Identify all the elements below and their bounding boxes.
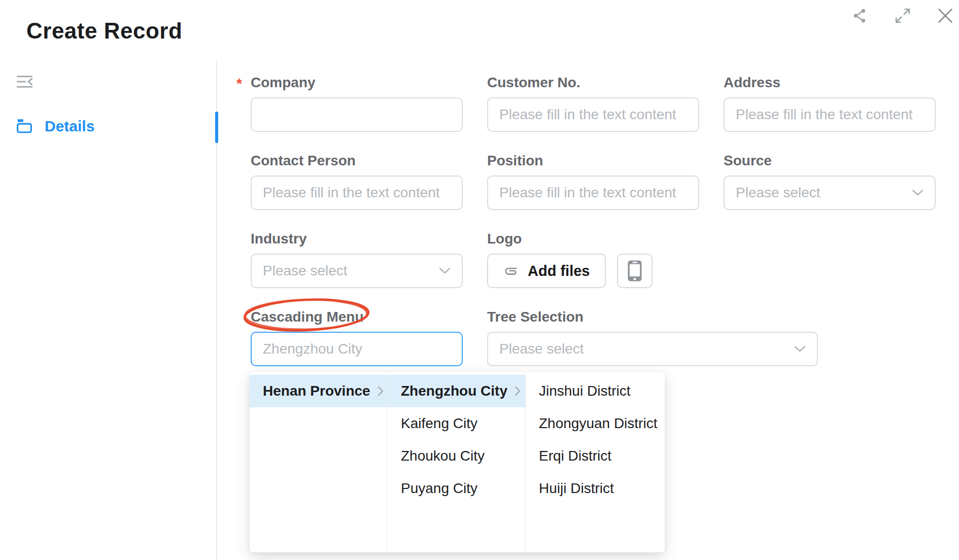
cascader-option-henan-province[interactable]: Henan Province — [250, 375, 387, 407]
cascader-option-zhoukou-city[interactable]: Zhoukou City — [388, 440, 525, 472]
field-label: Logo — [487, 230, 699, 248]
position-input[interactable] — [487, 176, 699, 210]
cascader-dropdown: Henan Province Zhengzhou City Kaifeng Ci… — [250, 372, 665, 552]
sidebar-item-label: Details — [45, 118, 94, 135]
field-contact-person: Contact Person — [251, 152, 463, 230]
sidebar-item-details[interactable]: Details — [16, 118, 94, 135]
cascader-option-zhengzhou-city[interactable]: Zhengzhou City — [388, 375, 525, 407]
chevron-right-icon — [515, 386, 521, 397]
field-label: Cascading Menu — [251, 308, 463, 326]
tree-selection-select[interactable]: Please select — [487, 332, 818, 366]
details-tab-icon — [16, 119, 32, 134]
field-label: Tree Selection — [487, 308, 699, 326]
share-icon[interactable] — [851, 7, 869, 24]
required-asterisk: * — [236, 75, 242, 92]
cascader-option-huiji-district[interactable]: Huiji District — [526, 472, 664, 505]
field-position: Position — [487, 152, 699, 230]
cascader-column-districts: Jinshui District Zhongyuan District Erqi… — [526, 372, 664, 552]
field-label: Contact Person — [251, 152, 463, 169]
field-label: Address — [724, 74, 936, 91]
add-files-button[interactable]: Add files — [487, 254, 606, 288]
modal-header: Create Record — [0, 0, 959, 61]
cascader-option-kaifeng-city[interactable]: Kaifeng City — [388, 407, 525, 440]
cascader-column-cities: Zhengzhou City Kaifeng City Zhoukou City… — [388, 372, 526, 552]
cascading-menu-input[interactable] — [251, 332, 463, 366]
field-label: Industry — [251, 230, 463, 248]
source-select[interactable]: Please select — [724, 176, 936, 210]
field-source: Source Please select — [724, 152, 936, 230]
industry-select[interactable]: Please select — [251, 254, 463, 288]
field-logo: Logo Add files — [487, 230, 699, 308]
field-address: Address — [724, 74, 936, 152]
field-industry: Industry Please select — [251, 230, 463, 308]
chevron-down-icon — [912, 189, 923, 196]
field-company: *Company — [251, 74, 463, 152]
field-customer-no: Customer No. — [487, 74, 699, 152]
close-icon[interactable] — [937, 7, 954, 24]
contact-person-input[interactable] — [251, 176, 463, 210]
sidebar-collapse-icon[interactable] — [16, 74, 33, 89]
chevron-right-icon — [378, 386, 384, 397]
sidebar: Details — [0, 61, 217, 560]
cascader-option-puyang-city[interactable]: Puyang City — [388, 472, 525, 505]
add-files-label: Add files — [528, 263, 590, 279]
cascader-column-provinces: Henan Province — [250, 372, 388, 552]
expand-icon[interactable] — [894, 7, 911, 24]
field-label: Company — [251, 75, 316, 90]
field-cascading-menu: Cascading Menu Henan Province Zhengzh — [251, 308, 463, 387]
mobile-upload-button[interactable] — [617, 254, 653, 288]
header-actions — [851, 7, 954, 24]
chevron-down-icon — [794, 345, 806, 353]
sidebar-active-indicator — [215, 112, 218, 143]
record-form: *Company Customer No. Address Contact Pe… — [251, 74, 936, 387]
paperclip-icon — [503, 263, 520, 279]
create-record-modal: Create Record — [0, 0, 959, 560]
page-title: Create Record — [26, 18, 182, 44]
customer-no-input[interactable] — [487, 97, 699, 132]
field-label: Source — [724, 152, 936, 169]
phone-icon — [628, 260, 642, 282]
field-label: Position — [487, 152, 699, 169]
cascader-option-zhongyuan-district[interactable]: Zhongyuan District — [526, 407, 664, 440]
field-label: Customer No. — [487, 74, 699, 91]
cascader-option-jinshui-district[interactable]: Jinshui District — [526, 375, 664, 407]
company-input[interactable] — [251, 97, 463, 132]
address-input[interactable] — [724, 97, 936, 132]
chevron-down-icon — [439, 267, 451, 274]
cascader-option-erqi-district[interactable]: Erqi District — [526, 440, 664, 472]
